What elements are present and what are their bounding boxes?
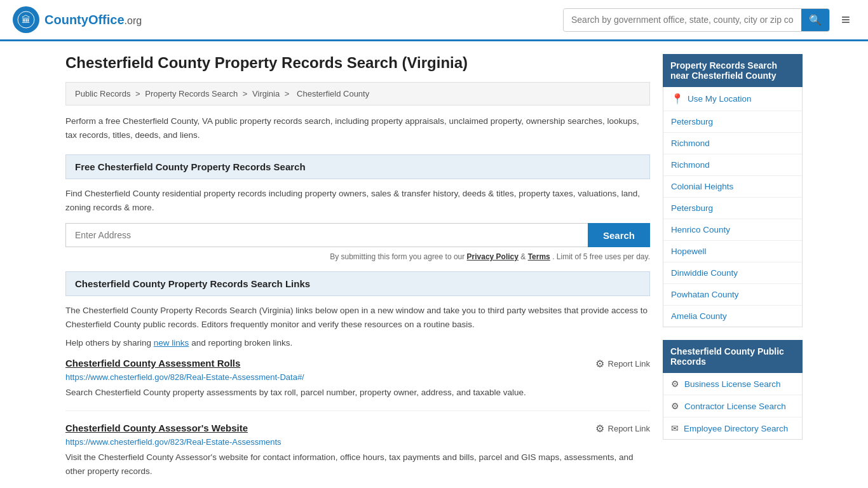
nearby-link-1[interactable]: Richmond bbox=[671, 139, 710, 148]
disclaimer-end: . Limit of 5 free uses per day. bbox=[552, 252, 650, 261]
link-item-2-header: Chesterfield County Assessor's Website ⚙… bbox=[65, 423, 650, 435]
new-links-prefix: Help others by sharing bbox=[65, 338, 154, 348]
nearby-link-4[interactable]: Petersburg bbox=[671, 203, 713, 213]
link-item-2-url[interactable]: https://www.chesterfield.gov/823/Real-Es… bbox=[65, 437, 650, 447]
breadcrumb-link-public-records[interactable]: Public Records bbox=[75, 89, 130, 98]
global-search-bar: 🔍 bbox=[563, 8, 830, 32]
pub-item-0: ⚙ Business License Search bbox=[663, 373, 802, 395]
nearby-link-9[interactable]: Amelia County bbox=[671, 311, 727, 321]
sidebar: Property Records Search near Chesterfiel… bbox=[663, 54, 803, 488]
public-records-section: Chesterfield County Public Records ⚙ Bus… bbox=[663, 340, 803, 440]
breadcrumb-separator: > bbox=[243, 89, 250, 98]
nearby-link-5[interactable]: Henrico County bbox=[671, 225, 730, 234]
nearby-item-1: Richmond bbox=[663, 133, 802, 154]
link-item-2: Chesterfield County Assessor's Website ⚙… bbox=[65, 423, 650, 488]
nearby-link-2[interactable]: Richmond bbox=[671, 160, 710, 170]
global-search-input[interactable] bbox=[564, 10, 801, 30]
pub-icon-1: ⚙ bbox=[671, 401, 679, 411]
report-label-1: Report Link bbox=[608, 359, 650, 369]
nearby-item-3: Colonial Heights bbox=[663, 176, 802, 198]
logo-area: 🏛 CountyOffice.org bbox=[13, 6, 142, 33]
nearby-item-0: Petersburg bbox=[663, 111, 802, 133]
free-search-description: Find Chesterfield County residential pro… bbox=[65, 187, 650, 214]
main-container: Chesterfield County Property Records Sea… bbox=[53, 41, 815, 488]
links-section-heading: Chesterfield County Property Records Sea… bbox=[65, 271, 650, 296]
report-link-1[interactable]: ⚙ Report Link bbox=[595, 358, 650, 370]
disclaimer-and: & bbox=[520, 252, 527, 261]
link-item-2-desc: Visit the Chesterfield County Assessor's… bbox=[65, 451, 650, 478]
nearby-item-5: Henrico County bbox=[663, 219, 802, 241]
pub-icon-0: ⚙ bbox=[671, 379, 679, 389]
content-area: Chesterfield County Property Records Sea… bbox=[65, 54, 650, 488]
nearby-item-6: Hopewell bbox=[663, 241, 802, 262]
pub-link-0[interactable]: Business License Search bbox=[684, 379, 781, 389]
logo-text: CountyOffice.org bbox=[44, 13, 142, 27]
report-icon-1: ⚙ bbox=[595, 358, 604, 370]
header-right: 🔍 ≡ bbox=[563, 8, 855, 32]
report-link-2[interactable]: ⚙ Report Link bbox=[595, 423, 650, 435]
svg-text:🏛: 🏛 bbox=[22, 15, 31, 25]
pub-item-2: ✉ Employee Directory Search bbox=[663, 417, 802, 439]
breadcrumb-separator: > bbox=[285, 89, 292, 98]
pub-icon-2: ✉ bbox=[671, 423, 679, 433]
privacy-policy-link[interactable]: Privacy Policy bbox=[467, 252, 519, 261]
address-form: Search bbox=[65, 223, 650, 247]
use-my-location-item[interactable]: 📍 Use My Location bbox=[663, 87, 802, 111]
new-links-anchor[interactable]: new links bbox=[154, 338, 189, 348]
link-item-1-url[interactable]: https://www.chesterfield.gov/828/Real-Es… bbox=[65, 372, 650, 382]
terms-link[interactable]: Terms bbox=[528, 252, 550, 261]
nearby-title: Property Records Search near Chesterfiel… bbox=[663, 54, 803, 87]
links-description: The Chesterfield County Property Records… bbox=[65, 304, 650, 331]
nearby-item-8: Powhatan County bbox=[663, 284, 802, 306]
nearby-link-0[interactable]: Petersburg bbox=[671, 117, 713, 126]
nearby-item-7: Dinwiddie County bbox=[663, 262, 802, 284]
breadcrumb: Public Records > Property Records Search… bbox=[65, 82, 650, 105]
pub-item-1: ⚙ Contractor License Search bbox=[663, 395, 802, 417]
nearby-item-2: Richmond bbox=[663, 154, 802, 176]
nearby-link-6[interactable]: Hopewell bbox=[671, 247, 707, 256]
pub-link-1[interactable]: Contractor License Search bbox=[684, 402, 786, 411]
pub-link-2[interactable]: Employee Directory Search bbox=[684, 424, 788, 433]
address-input[interactable] bbox=[65, 223, 588, 247]
site-header: 🏛 CountyOffice.org 🔍 ≡ bbox=[0, 0, 868, 41]
link-item-1-desc: Search Chesterfield County property asse… bbox=[65, 386, 650, 400]
nearby-link-8[interactable]: Powhatan County bbox=[671, 290, 739, 299]
menu-icon[interactable]: ≡ bbox=[836, 8, 855, 31]
form-disclaimer: By submitting this form you agree to our… bbox=[65, 252, 650, 261]
page-description: Perform a free Chesterfield County, VA p… bbox=[65, 114, 650, 142]
nearby-item-9: Amelia County bbox=[663, 306, 802, 327]
link-item-1: Chesterfield County Assessment Rolls ⚙ R… bbox=[65, 358, 650, 412]
link-item-1-header: Chesterfield County Assessment Rolls ⚙ R… bbox=[65, 358, 650, 370]
address-search-button[interactable]: Search bbox=[588, 223, 650, 247]
logo-icon: 🏛 bbox=[13, 6, 39, 33]
page-title: Chesterfield County Property Records Sea… bbox=[65, 54, 650, 72]
link-item-1-title[interactable]: Chesterfield County Assessment Rolls bbox=[65, 358, 240, 369]
nearby-list: 📍 Use My Location Petersburg Richmond Ri… bbox=[663, 87, 803, 327]
free-search-heading: Free Chesterfield County Property Record… bbox=[65, 154, 650, 179]
nearby-link-7[interactable]: Dinwiddie County bbox=[671, 268, 738, 278]
nearby-link-3[interactable]: Colonial Heights bbox=[671, 182, 733, 191]
nearby-item-4: Petersburg bbox=[663, 198, 802, 219]
report-icon-2: ⚙ bbox=[595, 423, 604, 435]
breadcrumb-link-property[interactable]: Property Records Search bbox=[145, 89, 238, 98]
use-my-location-link[interactable]: Use My Location bbox=[688, 94, 752, 104]
disclaimer-text: By submitting this form you agree to our bbox=[330, 252, 466, 261]
nearby-section: Property Records Search near Chesterfiel… bbox=[663, 54, 803, 327]
global-search-button[interactable]: 🔍 bbox=[801, 9, 829, 31]
breadcrumb-link-virginia[interactable]: Virginia bbox=[252, 89, 280, 98]
public-records-title: Chesterfield County Public Records bbox=[663, 340, 803, 373]
breadcrumb-current: Chesterfield County bbox=[297, 89, 369, 98]
link-item-2-title[interactable]: Chesterfield County Assessor's Website bbox=[65, 423, 248, 433]
public-records-list: ⚙ Business License Search ⚙ Contractor L… bbox=[663, 373, 803, 440]
new-links-text: Help others by sharing new links and rep… bbox=[65, 338, 650, 348]
new-links-suffix: and reporting broken links. bbox=[191, 338, 292, 348]
breadcrumb-separator: > bbox=[135, 89, 142, 98]
report-label-2: Report Link bbox=[608, 424, 650, 433]
